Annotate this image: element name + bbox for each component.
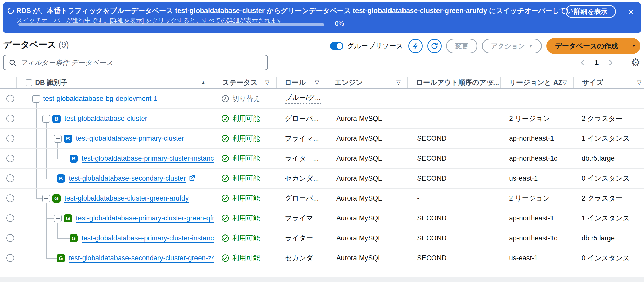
filter-icon[interactable]: ▽ — [637, 79, 641, 86]
column-header-rollout-order[interactable]: ロールアウト順序のアッ... ▽ — [408, 77, 501, 88]
row-radio[interactable] — [6, 95, 14, 102]
available-check-icon — [221, 174, 229, 182]
status-text: 切り替え — [232, 94, 260, 103]
banner-message: RDS が、本番トラフィックをブルーデータベース test-globaldata… — [16, 6, 573, 15]
column-header-role[interactable]: ロール ▽ — [277, 77, 326, 88]
current-page-number[interactable]: 1 — [595, 58, 599, 67]
db-identifier-link[interactable]: test-globaldatabase-primary-cluster-gree… — [76, 214, 214, 222]
progress-percent: 0% — [335, 20, 344, 27]
group-resources-control: グループリソース — [330, 41, 403, 51]
region-value: us-east-1 — [501, 169, 574, 188]
selection-column-header — [0, 77, 17, 88]
caret-down-icon: ▼ — [528, 44, 533, 48]
db-identifier-link[interactable]: test-globaldatabase-primary-cluster-inst… — [82, 234, 214, 242]
db-identifier-link[interactable]: test-globaldatabase-secondary-cluster-gr… — [69, 254, 214, 262]
collapse-row-icon[interactable] — [54, 215, 62, 222]
region-value: ap-northeast-1 — [501, 129, 574, 148]
tree-line — [46, 169, 47, 179]
row-radio[interactable] — [6, 194, 14, 202]
row-radio[interactable] — [6, 254, 14, 262]
preferences-button[interactable]: ⚙ — [631, 57, 640, 68]
filter-icon[interactable]: ▽ — [265, 79, 269, 86]
filter-databases-input[interactable] — [3, 55, 268, 70]
db-identifier-link[interactable]: test-globaldatabase-secondary-cluster — [69, 174, 186, 182]
db-identifier-link[interactable]: test-globaldatabase-bg-deployment-1 — [43, 95, 157, 103]
column-header-region-az[interactable]: リージョンと AZ ▽ — [501, 77, 574, 88]
column-header-db-identifier[interactable]: DB 識別子 ▲ — [17, 77, 214, 88]
tree-line — [36, 109, 37, 128]
row-radio[interactable] — [6, 234, 14, 242]
db-identifier-link[interactable]: test-globaldatabase-primary-cluster-inst… — [82, 155, 214, 162]
page-title-text: データベース — [3, 40, 56, 49]
tree-line — [46, 248, 47, 258]
collapse-row-icon[interactable] — [42, 115, 50, 123]
filter-icon[interactable]: ▽ — [562, 79, 567, 86]
page-title: データベース (9) — [3, 39, 69, 51]
status-cell: 利用可能 — [214, 169, 277, 188]
collapse-row-icon[interactable] — [54, 135, 62, 143]
engine-value: Aurora MySQL — [326, 169, 408, 188]
size-value: db.r5.large — [574, 149, 644, 168]
tree-line — [57, 228, 58, 239]
role-value: セカンダ... — [277, 248, 326, 268]
engine-value: Aurora MySQL — [326, 248, 408, 268]
db-identifier-link[interactable]: test-globaldatabase-cluster-green-arufdy — [64, 194, 189, 202]
group-resources-toggle[interactable] — [330, 42, 343, 50]
tree-line — [46, 149, 47, 168]
db-identifier-link[interactable]: test-globaldatabase-primary-cluster — [76, 135, 184, 143]
row-radio[interactable] — [6, 174, 14, 182]
role-value[interactable]: ブルー/グ... — [285, 93, 321, 104]
available-check-icon — [221, 115, 229, 123]
actions-button[interactable]: アクション ▼ — [482, 39, 542, 53]
sort-ascending-icon: ▲ — [201, 79, 206, 86]
tree-line — [57, 143, 58, 148]
refresh-button[interactable] — [427, 39, 442, 53]
collapse-row-icon[interactable] — [42, 195, 50, 202]
filter-icon[interactable]: ▽ — [489, 79, 494, 86]
modify-button[interactable]: 変更 — [446, 39, 477, 53]
engine-value: - — [326, 89, 408, 108]
row-radio[interactable] — [6, 214, 14, 222]
region-value: ap-northeast-1c — [501, 228, 574, 248]
region-value: 2 リージョン — [501, 109, 574, 128]
table-row: G test-globaldatabase-primary-cluster-in… — [0, 228, 644, 248]
resource-count: (9) — [59, 40, 69, 49]
create-database-caret-button[interactable]: ▼ — [627, 38, 640, 54]
close-icon[interactable] — [626, 7, 636, 17]
create-database-button[interactable]: データベースの作成 — [546, 38, 627, 54]
filter-icon[interactable]: ▽ — [396, 79, 401, 86]
db-identifier-link[interactable]: test-globaldatabase-cluster — [64, 115, 147, 123]
rollout-value: SECOND — [408, 208, 501, 228]
status-text: 利用可能 — [232, 134, 260, 143]
status-cell: 切り替え — [214, 89, 277, 108]
tree-line — [57, 149, 58, 159]
tree-line — [36, 169, 37, 188]
collapse-all-icon[interactable] — [26, 79, 32, 86]
column-header-engine[interactable]: エンジン ▽ — [326, 77, 408, 88]
column-label: ロール — [285, 78, 306, 87]
next-page-button[interactable] — [605, 56, 616, 69]
collapse-row-icon[interactable] — [32, 95, 40, 103]
column-header-size[interactable]: サイズ ▽ — [574, 77, 644, 88]
chevron-right-icon — [607, 59, 614, 66]
status-text: 利用可能 — [232, 214, 260, 223]
rollout-value: - — [408, 109, 501, 128]
status-cell: 利用可能 — [214, 149, 277, 168]
role-value: ライター... — [277, 228, 326, 248]
column-header-status[interactable]: ステータス ▽ — [214, 77, 277, 88]
filter-icon[interactable]: ▽ — [315, 79, 319, 86]
switchover-lightning-button[interactable] — [408, 39, 423, 53]
row-radio[interactable] — [6, 155, 14, 162]
region-value: - — [501, 89, 574, 108]
green-badge: G — [70, 234, 78, 242]
row-radio[interactable] — [6, 115, 14, 122]
rollout-value: SECOND — [408, 129, 501, 148]
column-label: リージョンと AZ — [509, 78, 562, 87]
column-label: ステータス — [222, 78, 258, 87]
show-details-button[interactable]: 詳細を表示 — [566, 5, 616, 18]
previous-page-button[interactable] — [577, 56, 588, 69]
status-cell: 利用可能 — [214, 109, 277, 128]
row-radio[interactable] — [6, 135, 14, 142]
external-link-icon — [188, 175, 195, 182]
table-row: B test-globaldatabase-primary-cluster-in… — [0, 149, 644, 169]
